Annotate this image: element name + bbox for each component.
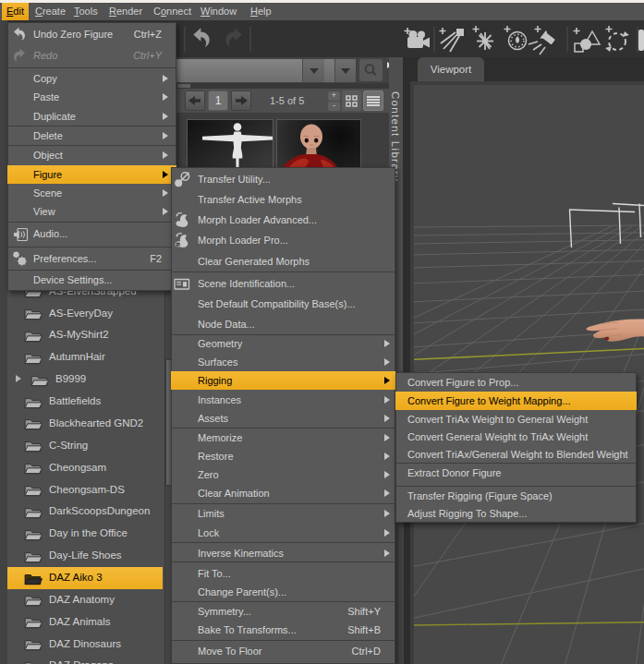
svg-text:P: P bbox=[176, 242, 180, 247]
